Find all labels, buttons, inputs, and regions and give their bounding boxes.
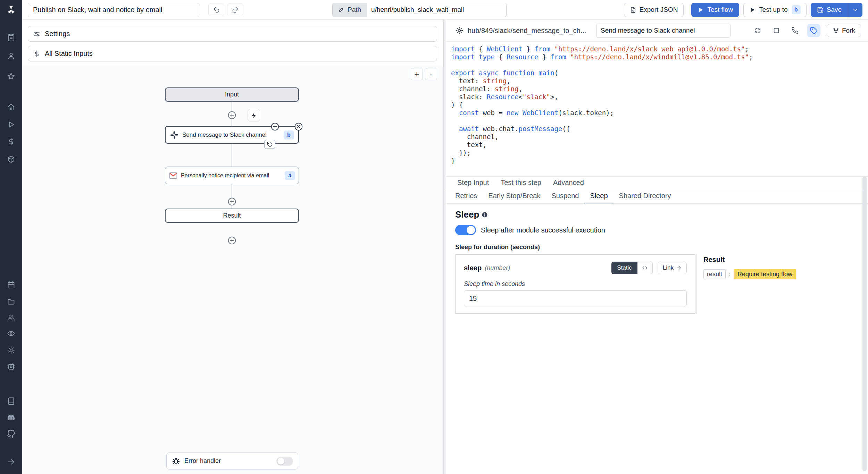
folder-icon[interactable] xyxy=(0,296,22,307)
star-icon[interactable] xyxy=(0,70,22,82)
github-icon[interactable] xyxy=(0,428,22,440)
code-line: export async function main( xyxy=(451,69,868,77)
dollar-icon[interactable] xyxy=(0,136,22,147)
eye-icon[interactable] xyxy=(0,328,22,339)
save-icon xyxy=(817,7,824,13)
zoom-in-button[interactable]: + xyxy=(411,68,423,80)
test-flow-button[interactable]: Test flow xyxy=(691,3,739,17)
refresh-icon xyxy=(754,27,761,34)
node-input[interactable]: Input xyxy=(165,87,299,102)
error-handler-toggle[interactable] xyxy=(276,457,293,466)
cube-icon[interactable] xyxy=(0,153,22,165)
hub-script-path[interactable]: hub/849/slack/send_message_to_ch... xyxy=(468,27,589,35)
flow-canvas[interactable]: + - Input Send message to Slack channel … xyxy=(22,66,443,474)
book-icon[interactable] xyxy=(0,395,22,407)
remove-step-button[interactable] xyxy=(294,122,303,131)
undo-button[interactable] xyxy=(208,3,224,16)
sleep-toggle-label: Sleep after module successful execution xyxy=(481,226,605,234)
code-line: text: string, xyxy=(451,77,868,85)
code-mode-button[interactable] xyxy=(637,262,653,274)
static-mode-button[interactable]: Static xyxy=(611,262,637,274)
trigger-button[interactable] xyxy=(248,109,260,121)
play-icon[interactable] xyxy=(0,119,22,130)
node-result[interactable]: Result xyxy=(165,209,299,223)
topbar: Path Export JSON Test flow Test up to b xyxy=(22,0,868,20)
call-button[interactable] xyxy=(788,24,802,37)
reload-button[interactable] xyxy=(751,24,764,37)
advanced-tabs: RetriesEarly Stop/BreakSuspendSleepShare… xyxy=(446,189,868,204)
sleep-seconds-input[interactable] xyxy=(464,290,687,306)
flow-name-input[interactable] xyxy=(28,3,199,17)
save-dropdown-button[interactable] xyxy=(848,3,862,17)
circle-plus-icon xyxy=(227,197,236,206)
sleep-field-box: sleep (number) Static Link xyxy=(455,254,695,314)
fork-label: Fork xyxy=(842,27,855,34)
code-line: import type { Resource } from "https://d… xyxy=(451,53,868,61)
fork-button[interactable]: Fork xyxy=(827,24,861,37)
test-up-to-label: Test up to xyxy=(759,6,787,14)
play-icon xyxy=(749,7,756,13)
zoom-out-button[interactable]: - xyxy=(425,68,437,80)
tab-early-stop-break[interactable]: Early Stop/Break xyxy=(483,189,546,203)
node-add-button[interactable] xyxy=(270,122,279,131)
export-json-label: Export JSON xyxy=(640,6,678,14)
tag-view-button[interactable] xyxy=(807,24,820,37)
code-line: channel: string, xyxy=(451,85,868,93)
home-icon[interactable] xyxy=(0,101,22,113)
chevron-down-icon xyxy=(852,7,859,13)
left-sidebar xyxy=(0,0,22,474)
discord-icon[interactable] xyxy=(0,412,22,424)
calendar-icon[interactable] xyxy=(0,279,22,291)
toggle-knob xyxy=(467,226,475,234)
panel-resize-handle[interactable] xyxy=(443,20,446,474)
add-step-button[interactable] xyxy=(227,236,236,245)
arrow-right-icon[interactable] xyxy=(0,456,22,468)
scrollbar-thumb[interactable] xyxy=(862,177,867,471)
step-name-input[interactable] xyxy=(596,24,731,38)
node-email-step[interactable]: Personally notice recipient via email a xyxy=(165,167,299,184)
link-label: Link xyxy=(663,264,674,271)
tab-sleep[interactable]: Sleep xyxy=(584,189,613,203)
tab-step-input[interactable]: Step Input xyxy=(457,179,489,187)
phone-icon xyxy=(791,27,799,34)
path-input[interactable] xyxy=(367,3,507,17)
tab-suspend[interactable]: Suspend xyxy=(546,189,584,203)
pencil-icon xyxy=(338,7,344,13)
info-icon[interactable] xyxy=(482,212,488,218)
add-step-button[interactable] xyxy=(227,111,236,120)
result-title: Result xyxy=(703,256,796,264)
redo-button[interactable] xyxy=(227,3,243,16)
result-key: result xyxy=(703,269,726,279)
maximize-button[interactable] xyxy=(770,24,783,37)
topbar-actions: Export JSON Test flow Test up to b Save xyxy=(624,3,863,17)
tab-test-this-step[interactable]: Test this step xyxy=(501,179,541,187)
node-error-handler[interactable]: Error handler xyxy=(166,452,298,469)
tab-shared-directory[interactable]: Shared Directory xyxy=(614,189,677,203)
step-badge: b xyxy=(284,130,294,139)
add-step-button[interactable] xyxy=(227,197,236,206)
file-download-icon xyxy=(630,7,636,13)
tab-advanced[interactable]: Advanced xyxy=(553,179,584,187)
path-button[interactable]: Path xyxy=(332,3,367,17)
gmail-icon xyxy=(169,171,178,180)
code-line: import { WebClient } from "https://deno.… xyxy=(451,45,868,53)
users-icon[interactable] xyxy=(0,312,22,323)
test-up-to-button[interactable]: Test up to b xyxy=(743,3,806,17)
node-tag-button[interactable] xyxy=(264,140,275,149)
clipboard-list-icon[interactable] xyxy=(0,32,22,43)
code-line: slack: Resource<"slack">, xyxy=(451,93,868,101)
save-button[interactable]: Save xyxy=(811,3,848,17)
tab-retries[interactable]: Retries xyxy=(450,189,483,203)
user-icon[interactable] xyxy=(0,50,22,62)
static-inputs-bar[interactable]: All Static Inputs xyxy=(28,46,437,61)
sleep-toggle[interactable] xyxy=(455,225,476,235)
windmill-logo-icon[interactable] xyxy=(0,4,22,16)
link-button[interactable]: Link xyxy=(658,262,687,274)
export-json-button[interactable]: Export JSON xyxy=(624,3,684,17)
settings-bar[interactable]: Settings xyxy=(28,26,437,42)
flow-panel: Settings All Static Inputs + - Input xyxy=(22,20,443,474)
code-editor[interactable]: import { WebClient } from "https://deno.… xyxy=(446,42,868,176)
cpu-icon[interactable] xyxy=(0,361,22,373)
gear-icon[interactable] xyxy=(0,344,22,356)
sleep-duration-label: Sleep for duration (seconds) xyxy=(455,244,859,251)
